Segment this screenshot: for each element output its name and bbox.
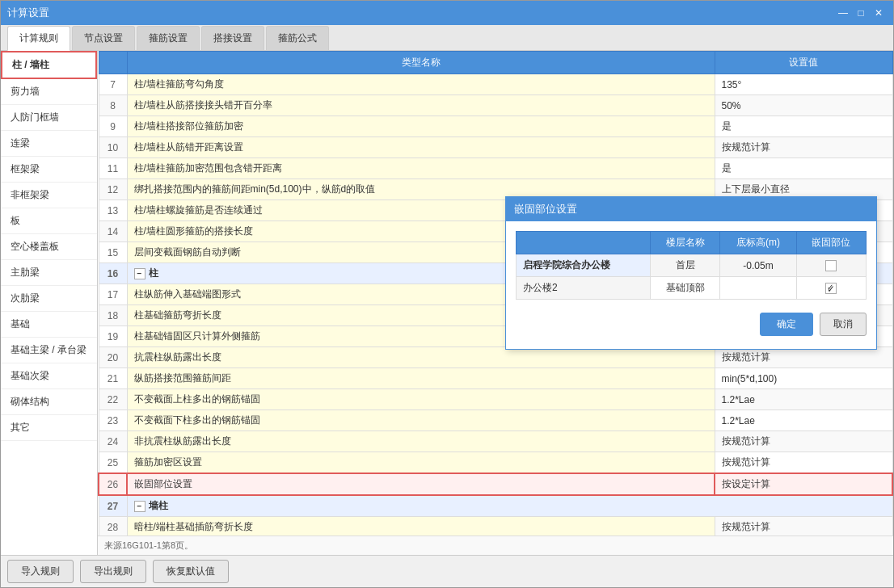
row-name: 柱/墙柱从筋搭接接头错开百分率 xyxy=(127,95,715,116)
sidebar-item-civil-door[interactable]: 人防门框墙 xyxy=(1,105,97,131)
popup-row2-floor: 基础顶部 xyxy=(651,277,720,300)
table-row[interactable]: 22 不变截面上柱多出的钢筋锚固 1.2*Lae xyxy=(99,389,892,410)
table-row[interactable]: 28 暗柱/端柱基础插筋弯折长度 按规范计算 xyxy=(99,517,892,536)
table-row[interactable]: 25 箍筋加密区设置 按规范计算 xyxy=(99,452,892,474)
row-name: 嵌固部位设置 xyxy=(127,473,715,495)
close-button[interactable]: ✕ xyxy=(871,5,887,21)
row-num: 19 xyxy=(99,326,127,347)
tab-calc-rules[interactable]: 计算规则 xyxy=(7,26,70,51)
sidebar-item-masonry[interactable]: 砌体结构 xyxy=(1,389,97,415)
row-name: 抗震柱纵筋露出长度 xyxy=(127,347,715,368)
collapse-button[interactable]: − xyxy=(134,501,145,512)
row-num: 10 xyxy=(99,137,127,158)
row-num: 13 xyxy=(99,200,127,221)
popup-row2-checkbox[interactable]: ✓ xyxy=(796,277,866,300)
table-row[interactable]: 27 −墙柱 xyxy=(99,495,892,517)
tab-node-settings[interactable]: 节点设置 xyxy=(72,26,135,50)
sidebar-item-frame-beam[interactable]: 框架梁 xyxy=(1,157,97,183)
import-rules-button[interactable]: 导入规则 xyxy=(7,560,74,583)
row-value[interactable]: 1.2*Lae xyxy=(715,410,892,431)
collapse-button[interactable]: − xyxy=(134,268,145,279)
row-num: 9 xyxy=(99,116,127,137)
row-name: 暗柱/端柱基础插筋弯折长度 xyxy=(127,517,715,536)
table-row[interactable]: 20 抗震柱纵筋露出长度 按规范计算 xyxy=(99,347,892,368)
row-name: 柱/墙柱箍筋弯勾角度 xyxy=(127,74,715,95)
row-name: 箍筋加密区设置 xyxy=(127,452,715,474)
tab-stirrup-formula[interactable]: 箍筋公式 xyxy=(266,26,329,50)
export-rules-button[interactable]: 导出规则 xyxy=(80,560,146,583)
minimize-button[interactable]: — xyxy=(835,5,851,21)
maximize-button[interactable]: □ xyxy=(853,5,869,21)
sidebar-item-column[interactable]: 柱 / 墙柱 xyxy=(1,51,97,79)
sidebar-item-coupling-beam[interactable]: 连梁 xyxy=(1,131,97,157)
table-row[interactable]: 8 柱/墙柱从筋搭接接头错开百分率 50% xyxy=(99,95,892,116)
row-name: 纵筋搭接范围箍筋间距 xyxy=(127,368,715,389)
row-value[interactable]: 按规范计算 xyxy=(715,517,892,536)
table-row[interactable]: 24 非抗震柱纵筋露出长度 按规范计算 xyxy=(99,431,892,452)
popup-row1-checkbox[interactable] xyxy=(796,254,866,277)
row-value[interactable]: 按规范计算 xyxy=(715,452,892,474)
sidebar-item-foundation-secondary-beam[interactable]: 基础次梁 xyxy=(1,363,97,389)
row-num: 22 xyxy=(99,389,127,410)
row-name: 非抗震柱纵筋露出长度 xyxy=(127,431,715,452)
sidebar-item-hollow-slab[interactable]: 空心楼盖板 xyxy=(1,234,97,260)
sidebar-item-other[interactable]: 其它 xyxy=(1,415,97,441)
row-value[interactable]: 按规范计算 xyxy=(715,137,892,158)
popup-footer: 确定 取消 xyxy=(516,309,867,339)
row-name: 不变截面下柱多出的钢筋锚固 xyxy=(127,410,715,431)
sidebar-item-main-rib[interactable]: 主肋梁 xyxy=(1,260,97,286)
table-row[interactable]: 9 柱/墙柱搭接部位箍筋加密 是 xyxy=(99,116,892,137)
table-row[interactable]: 7 柱/墙柱箍筋弯勾角度 135° xyxy=(99,74,892,95)
row-num: 8 xyxy=(99,95,127,116)
row-group-name: −墙柱 xyxy=(127,495,892,517)
row-num: 20 xyxy=(99,347,127,368)
sidebar-item-foundation-main-beam[interactable]: 基础主梁 / 承台梁 xyxy=(1,338,97,363)
row-num: 24 xyxy=(99,431,127,452)
bottom-bar: 导入规则 导出规则 恢复默认值 xyxy=(1,555,893,587)
table-row[interactable]: 10 柱/墙柱从筋错开距离设置 按规范计算 xyxy=(99,137,892,158)
row-num: 14 xyxy=(99,221,127,242)
row-value[interactable]: 1.2*Lae xyxy=(715,389,892,410)
confirm-button[interactable]: 确定 xyxy=(760,313,813,336)
row-num: 27 xyxy=(99,495,127,517)
row-value[interactable]: 按规范计算 xyxy=(715,431,892,452)
row-num: 26 xyxy=(99,473,127,495)
row-value[interactable]: 按规范计算 xyxy=(715,347,892,368)
popup-row1-floor: 首层 xyxy=(651,254,720,277)
tab-splice-settings[interactable]: 搭接设置 xyxy=(201,26,264,50)
table-row[interactable]: 21 纵筋搭接范围箍筋间距 min(5*d,100) xyxy=(99,368,892,389)
title-bar: 计算设置 — □ ✕ xyxy=(1,1,893,25)
table-row[interactable]: 11 柱/墙柱箍筋加密范围包含错开距离 是 xyxy=(99,158,892,179)
restore-defaults-button[interactable]: 恢复默认值 xyxy=(153,560,229,583)
sidebar: 柱 / 墙柱 剪力墙 人防门框墙 连梁 框架梁 非框架梁 板 空心楼盖板 主肋梁… xyxy=(1,51,98,555)
tab-bar: 计算规则 节点设置 箍筋设置 搭接设置 箍筋公式 xyxy=(1,25,893,51)
window-title: 计算设置 xyxy=(7,6,49,20)
footer-note: 来源16G101-1第8页。 xyxy=(98,536,893,555)
cancel-button[interactable]: 取消 xyxy=(820,313,867,336)
row-value[interactable]: 按设定计算 xyxy=(715,473,892,495)
row-name: 柱/墙柱箍筋加密范围包含错开距离 xyxy=(127,158,715,179)
row-value[interactable]: 是 xyxy=(715,116,892,137)
table-row[interactable]: 23 不变截面下柱多出的钢筋锚固 1.2*Lae xyxy=(99,410,892,431)
popup-title: 嵌固部位设置 xyxy=(506,197,876,221)
row-num: 28 xyxy=(99,517,127,536)
sidebar-item-secondary-rib[interactable]: 次肋梁 xyxy=(1,286,97,312)
row-value[interactable]: 50% xyxy=(715,95,892,116)
row-num: 11 xyxy=(99,158,127,179)
sidebar-item-slab[interactable]: 板 xyxy=(1,208,97,234)
main-window: 计算设置 — □ ✕ 计算规则 节点设置 箍筋设置 搭接设置 箍筋公式 柱 / … xyxy=(0,0,894,588)
popup-col-embed: 嵌固部位 xyxy=(796,232,866,254)
row-name: 柱/墙柱从筋错开距离设置 xyxy=(127,137,715,158)
row-value[interactable]: 是 xyxy=(715,158,892,179)
sidebar-item-non-frame-beam[interactable]: 非框架梁 xyxy=(1,183,97,208)
table-row[interactable]: 26 嵌固部位设置 按设定计算 xyxy=(99,473,892,495)
tab-stirrup-settings[interactable]: 箍筋设置 xyxy=(137,26,200,50)
popup-row1-height: -0.05m xyxy=(720,254,796,277)
row-value[interactable]: 135° xyxy=(715,74,892,95)
row-name: 柱/墙柱搭接部位箍筋加密 xyxy=(127,116,715,137)
popup-col-floor: 楼层名称 xyxy=(651,232,720,254)
popup-embed-settings: 嵌固部位设置 楼层名称 底标高(m) 嵌固部位 启程学院综合办 xyxy=(505,196,877,350)
sidebar-item-shear-wall[interactable]: 剪力墙 xyxy=(1,79,97,105)
sidebar-item-foundation[interactable]: 基础 xyxy=(1,312,97,338)
row-value[interactable]: min(5*d,100) xyxy=(715,368,892,389)
